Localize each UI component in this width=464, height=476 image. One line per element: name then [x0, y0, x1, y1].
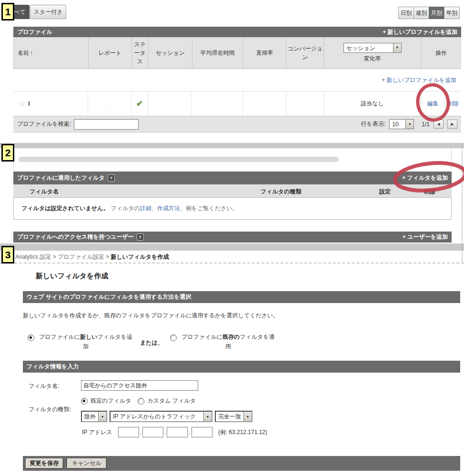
col-bounce-label: 直帰率 — [256, 49, 273, 57]
col-sessions: セッション — [149, 37, 192, 69]
save-button[interactable]: 変更を保存 — [25, 458, 63, 469]
filter-type-label: フィルタの種類: — [29, 405, 71, 414]
rows-per-page-select[interactable]: 10 ▼ — [389, 119, 414, 129]
ip-address-label: IP アドレス — [82, 428, 112, 436]
chevron-down-icon: ▼ — [98, 412, 106, 421]
col-actions-label: 操作 — [435, 49, 447, 57]
scroll-remnant-panel — [13, 148, 452, 169]
period-button-group: 日別 週別 月別 年別 — [399, 7, 460, 19]
profile-change-rate-cell: 該当なし — [324, 91, 421, 116]
annotation-number-1: 1 — [1, 3, 14, 20]
radio-predefined-filter[interactable] — [81, 398, 88, 405]
profile-panel-header: プロファイル + 新しいプロファイルを追加 — [13, 27, 461, 37]
period-daily-button[interactable]: 日別 — [398, 7, 414, 19]
col-avg-time-label: 平均滞在時間 — [201, 49, 235, 57]
add-profile-row: + 新しいプロファイルを追加 — [13, 69, 461, 91]
filter-match-value: 完全一致 — [216, 412, 243, 421]
filter-type-selects: 除外 ▼ IP アドレスからのトラフィック ▼ 完全一致 ▼ — [81, 411, 252, 422]
radio-existing-filter-label[interactable]: プロファイルに既存のフィルタを適用 — [181, 332, 276, 352]
profile-search-input[interactable] — [74, 119, 139, 130]
ip-address-row: IP アドレス . . . (例: 63.212.171.12) — [82, 427, 267, 437]
col-name-label: 名前 — [18, 49, 29, 57]
filter-col-name: フィルタ名 — [30, 188, 59, 196]
radio-new-filter[interactable] — [28, 334, 34, 341]
radio-predefined-label[interactable]: 既定のフィルタ — [91, 397, 131, 405]
ip-octet-4-input[interactable] — [192, 427, 212, 437]
col-avg-time: 平均滞在時間 — [192, 37, 243, 69]
profile-status-cell: ✔ — [131, 91, 148, 116]
radio-new-filter-label[interactable]: プロファイルに新しいフィルタを追加 — [38, 332, 133, 352]
next-page-button[interactable]: ▶ — [447, 120, 457, 129]
filters-panel-title: プロファイルに適用したフィルタ — [17, 174, 105, 182]
breadcrumb-profile-settings[interactable]: プロファイル設定 — [58, 253, 104, 260]
metric-select[interactable]: セッション ▼ — [343, 43, 402, 53]
users-panel-header: プロファイルへのアクセス権を持つユーザー ? + ユーザーを追加 — [13, 232, 452, 243]
help-icon[interactable]: ? — [137, 233, 144, 241]
filter-name-input[interactable] — [81, 380, 198, 391]
radio-custom-label[interactable]: カスタム フィルタ — [147, 397, 196, 405]
profile-name-cell: ☆ I — [13, 91, 88, 116]
page-title: 新しいフィルタを作成 — [36, 272, 108, 281]
metric-select-value: セッション — [344, 43, 393, 52]
pagination-controls: 行を表示: 10 ▼ 1/1 ◀ ▶ — [361, 119, 457, 129]
add-profile-link[interactable]: + 新しいプロファイルを追加 — [382, 76, 456, 84]
cancel-button[interactable]: キャンセル — [67, 458, 107, 469]
rows-per-page-value: 10 — [390, 120, 405, 129]
add-profile-header-link[interactable]: + 新しいプロファイルを追加 — [383, 28, 457, 36]
col-change-rate: セッション ▼ 変化率 — [324, 37, 421, 69]
col-name[interactable]: 名前 ↑ — [14, 37, 89, 69]
filter-detail-link[interactable]: 詳細 — [140, 204, 151, 213]
radio-custom-filter[interactable] — [138, 398, 144, 405]
filter-action-value: 除外 — [82, 412, 98, 421]
ip-octet-1-input[interactable] — [118, 427, 139, 437]
period-monthly-button[interactable]: 月別 — [429, 7, 444, 19]
add-filter-link[interactable]: + フィルタを追加 — [402, 174, 448, 182]
cancel-button-label: キャンセル — [72, 459, 101, 467]
period-monthly-label: 月別 — [431, 9, 443, 17]
horizontal-scrollbar[interactable] — [19, 157, 339, 162]
ip-octet-3-input[interactable] — [167, 427, 188, 437]
annotation-number-2: 2 — [1, 144, 14, 162]
annotation-number-3: 3 — [1, 246, 14, 263]
col-report: レポート — [89, 37, 132, 69]
profile-report-cell[interactable]: ‥ · — [88, 91, 131, 116]
delete-link[interactable]: 削除 — [447, 100, 459, 108]
ip-dot: . — [164, 429, 166, 435]
profile-table-header: 名前 ↑ レポート ステータス セッション 平均滞在時間 直帰率 コンバージョン… — [13, 37, 461, 69]
help-icon[interactable]: ? — [108, 174, 115, 182]
filter-traffic-select[interactable]: IP アドレスからのトラフィック ▼ — [110, 411, 212, 422]
help-glyph: ? — [110, 176, 112, 181]
filter-match-select[interactable]: 完全一致 ▼ — [215, 411, 252, 422]
period-weekly-button[interactable]: 週別 — [414, 7, 429, 19]
radio-existing-filter[interactable] — [170, 334, 177, 341]
users-panel-title: プロファイルへのアクセス権を持つユーザー — [17, 233, 134, 241]
profile-panel-title: プロファイル — [17, 28, 52, 36]
method-section-bar: ウェブ サイトのプロファイルにフィルタを適用する方法を選択 — [23, 291, 460, 303]
prev-page-button[interactable]: ◀ — [434, 120, 444, 129]
filters-empty-post: 、例をご覧ください。 — [180, 204, 238, 213]
chevron-down-icon: ▼ — [405, 120, 414, 129]
tab-starred[interactable]: スター付き — [30, 5, 66, 19]
breadcrumb-analytics-settings[interactable]: Analytics 設定 — [15, 253, 51, 260]
filters-title-wrap: プロファイルに適用したフィルタ ? — [17, 174, 115, 182]
filter-howto-link[interactable]: 作成方法 — [157, 204, 180, 213]
filter-name-label: フィルタ名: — [29, 382, 59, 390]
period-yearly-button[interactable]: 年別 — [444, 7, 460, 19]
ip-example: (例: 63.212.171.12) — [218, 428, 267, 436]
section-divider-band — [0, 243, 464, 251]
edit-link[interactable]: 編集 — [427, 100, 439, 108]
users-title-wrap: プロファイルへのアクセス権を持つユーザー ? — [17, 233, 144, 241]
radio-existing-pre: プロファイルに — [182, 334, 222, 340]
profile-search-label: プロファイルを検索: — [17, 120, 71, 128]
filter-action-select[interactable]: 除外 ▼ — [81, 411, 107, 422]
method-description: 新しいフィルタを作成するか、既存のフィルタをプロファイルに適用するかを選択してく… — [23, 312, 279, 320]
breadcrumb-current: 新しいフィルタを作成 — [111, 253, 169, 260]
sort-asc-icon: ↑ — [30, 49, 33, 57]
profile-table-row: ☆ I ‥ · ✔ 該当なし 編集 削除 — [13, 91, 461, 116]
method-section-title: ウェブ サイトのプロファイルにフィルタを適用する方法を選択 — [27, 293, 192, 301]
radio-new-pre: プロファイルに — [39, 334, 80, 340]
period-yearly-label: 年別 — [446, 9, 458, 17]
ip-octet-2-input[interactable] — [142, 427, 163, 437]
star-icon[interactable]: ☆ — [18, 100, 25, 108]
add-user-link[interactable]: + ユーザーを追加 — [403, 233, 448, 241]
